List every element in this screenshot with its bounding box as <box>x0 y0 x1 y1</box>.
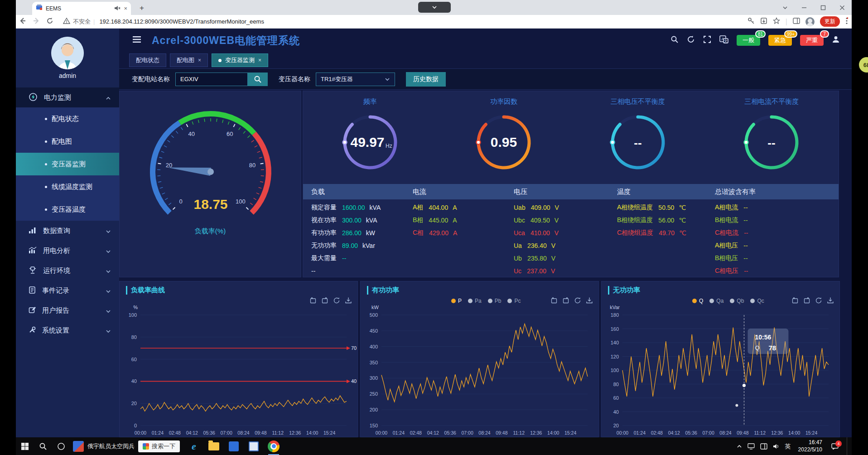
svg-text:60: 60 <box>227 131 233 137</box>
metric-value: 89.00 <box>342 242 358 249</box>
minimize-icon[interactable] <box>795 0 814 15</box>
search-icon[interactable] <box>670 35 679 45</box>
edge-overlay-badge[interactable]: 68 <box>859 57 868 73</box>
taskbar-app-ie[interactable]: e <box>187 437 201 455</box>
url-text[interactable]: 192.168.204.112:8090/3000WEBV2/Transform… <box>99 18 747 25</box>
back-icon[interactable] <box>16 17 29 26</box>
table-row: A相电流-- <box>707 201 839 214</box>
sidebar-item-label: 用电分析 <box>43 247 99 255</box>
taskbar-app-2[interactable] <box>247 437 260 455</box>
sidebar-item-5[interactable]: 用户报告 <box>16 300 119 320</box>
bookmark-star-icon[interactable] <box>773 17 780 26</box>
start-button[interactable] <box>16 437 34 455</box>
sidebar-subitem-4[interactable]: 变压器温度 <box>16 198 119 221</box>
warning-icon <box>63 18 70 25</box>
kebab-menu-icon[interactable] <box>845 17 848 26</box>
sidebar-item-1[interactable]: 数据查询 <box>16 221 119 241</box>
user-avatar[interactable] <box>51 37 84 69</box>
fullscreen-icon[interactable] <box>703 35 711 45</box>
install-icon[interactable] <box>760 17 767 26</box>
svg-text:08:24: 08:24 <box>719 430 731 436</box>
chart-plot[interactable]: 020406080100%00:0001:2402:4804:1205:3607… <box>120 303 358 437</box>
forward-icon[interactable] <box>29 17 43 26</box>
notification-icon[interactable]: 4 <box>831 443 839 450</box>
taskbar-clock[interactable]: 16:472022/5/10 <box>798 439 822 453</box>
media-control-button[interactable] <box>418 2 451 13</box>
sidebar-item-0[interactable]: 电力监测 <box>16 87 119 107</box>
data-query-icon <box>29 227 37 235</box>
sidebar-subitem-1[interactable]: 配电图 <box>16 130 119 153</box>
refresh-icon[interactable] <box>687 35 695 45</box>
page-tab-2[interactable]: 变压器监测× <box>212 53 268 67</box>
cortana-icon[interactable] <box>52 437 70 455</box>
alarm-button-2[interactable]: 严重7 <box>800 35 824 46</box>
page-tab-1[interactable]: 配电图× <box>170 53 208 67</box>
metric-unit: kW <box>366 229 375 237</box>
history-data-button[interactable]: 历史数据 <box>406 72 446 87</box>
sidebar-item-6[interactable]: 系统设置 <box>16 320 119 340</box>
browser-tab[interactable]: EEMS × <box>32 2 131 15</box>
svg-text:140: 140 <box>611 340 619 345</box>
widget-search-button[interactable]: 搜索一下 <box>138 440 180 452</box>
main-area: Acrel-3000WEB电能管理系统 A文一般81紧急99+严重7 配电状态配… <box>119 29 852 437</box>
maximize-icon[interactable] <box>814 0 833 15</box>
tab-search-icon[interactable] <box>776 0 795 15</box>
svg-text:02:48: 02:48 <box>169 430 181 436</box>
chart-plot[interactable]: 150200250300350400450500kW00:0001:2402:4… <box>361 303 599 437</box>
tab-close-icon[interactable]: × <box>258 57 261 63</box>
taskbar-app-explorer[interactable] <box>207 437 221 455</box>
app-title: Acrel-3000WEB电能管理系统 <box>152 34 300 48</box>
taskbar-app-1[interactable] <box>227 437 241 455</box>
table-row: B相绕组温度56.00℃ <box>609 214 707 227</box>
sidebar-submenu: 配电状态配电图变压器监测线缆温度监测变压器温度 <box>16 107 119 221</box>
sidebar-item-3[interactable]: 运行环境 <box>16 261 119 281</box>
hamburger-icon[interactable] <box>133 36 142 45</box>
table-row: 视在功率300.00kVA <box>303 214 405 227</box>
svg-text:00:00: 00:00 <box>617 430 628 436</box>
sidebar-subitem-2[interactable]: 变压器监测 <box>16 153 119 175</box>
sidebar-item-2[interactable]: 用电分析 <box>16 241 119 261</box>
sidebar-item-4[interactable]: 事件记录 <box>16 281 119 300</box>
metric-label: 视在功率 <box>311 216 337 224</box>
profile-avatar[interactable] <box>805 17 815 26</box>
close-icon[interactable] <box>833 0 852 15</box>
page-tab-0[interactable]: 配电状态 <box>129 53 166 67</box>
sidebar-subitem-0[interactable]: 配电状态 <box>16 107 119 130</box>
tray-panel-icon[interactable] <box>760 443 767 450</box>
tray-expand-icon[interactable] <box>737 445 742 448</box>
taskbar: 俄宇航员太空阅兵搜索一下e英16:472022/5/104 <box>16 437 852 455</box>
svg-text:120: 120 <box>611 354 619 359</box>
table-row: A相绕组温度50.50℃ <box>609 201 707 214</box>
side-panel-icon[interactable] <box>793 18 800 26</box>
reload-icon[interactable] <box>43 17 57 26</box>
news-widget[interactable]: 俄宇航员太空阅兵搜索一下 <box>73 440 180 452</box>
ring-gauge-dial: 0.95 <box>461 106 547 179</box>
svg-text:00:00: 00:00 <box>376 430 387 436</box>
tray-speaker-icon[interactable] <box>773 444 780 449</box>
taskbar-search-icon[interactable] <box>34 437 52 455</box>
transformer-select[interactable]: TR1#变压器 <box>316 73 395 86</box>
tab-close-icon[interactable]: × <box>124 5 127 12</box>
update-button[interactable]: 更新 <box>820 16 840 27</box>
new-tab-button[interactable]: + <box>136 3 147 14</box>
taskbar-app-chrome[interactable] <box>267 437 280 455</box>
alarm-button-0[interactable]: 一般81 <box>737 35 760 46</box>
show-desktop-button[interactable] <box>847 437 849 455</box>
tray-monitor-icon[interactable] <box>747 443 755 450</box>
security-chip[interactable]: 不安全 | <box>63 18 95 26</box>
table-row: C相电压-- <box>707 265 839 277</box>
sidebar-subitem-3[interactable]: 线缆温度监测 <box>16 175 119 198</box>
environment-icon <box>29 266 37 275</box>
station-input[interactable]: EGXIV <box>175 73 248 86</box>
tab-close-icon[interactable]: × <box>198 57 201 63</box>
ime-language-indicator[interactable]: 英 <box>785 442 791 450</box>
metric-label: A相 <box>413 203 423 212</box>
alarm-button-1[interactable]: 紧急99+ <box>768 35 792 46</box>
translate-icon[interactable]: A文 <box>719 35 728 45</box>
user-icon[interactable] <box>832 35 840 45</box>
chart-plot[interactable]: 20406080100120140160180kVar00:0001:2402:… <box>602 303 840 437</box>
svg-text:400: 400 <box>370 344 378 349</box>
key-icon[interactable] <box>747 17 755 26</box>
station-search-button[interactable] <box>248 73 268 86</box>
speaker-muted-icon[interactable] <box>114 5 121 13</box>
